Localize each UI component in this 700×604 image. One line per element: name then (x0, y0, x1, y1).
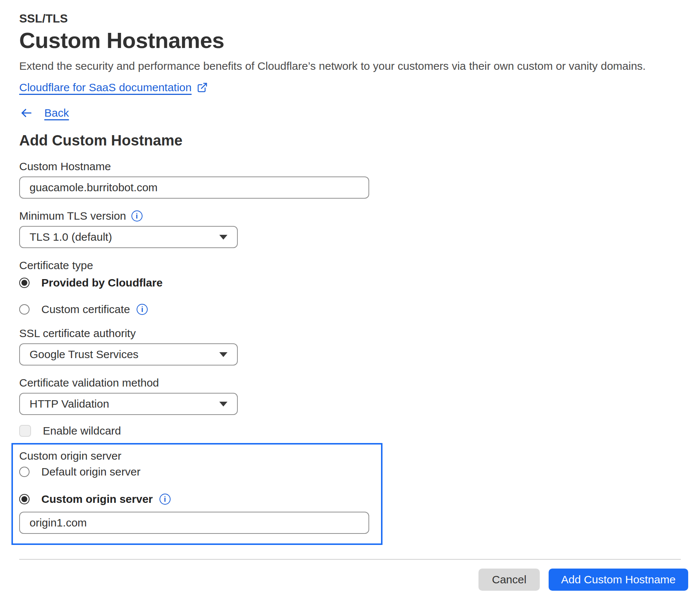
validation-method-label: Certificate validation method (19, 377, 681, 389)
custom-origin-server-label: Custom origin server (19, 450, 381, 462)
min-tls-select[interactable]: TLS 1.0 (default) (19, 226, 238, 248)
radio-label[interactable]: Default origin server (41, 466, 140, 478)
page-description: Extend the security and performance bene… (19, 59, 681, 73)
radio-row-provided-by-cloudflare[interactable]: Provided by Cloudflare (19, 276, 681, 289)
back-link[interactable]: Back (44, 107, 69, 119)
ssl-authority-select[interactable]: Google Trust Services (19, 343, 238, 366)
label-text: SSL certificate authority (19, 327, 136, 340)
enable-wildcard-checkbox[interactable] (19, 425, 31, 437)
add-custom-hostname-button[interactable]: Add Custom Hostname (549, 569, 688, 591)
radio-row-custom-origin-server[interactable]: Custom origin server i (19, 493, 381, 506)
label-text: Certificate validation method (19, 377, 159, 389)
info-icon[interactable]: i (137, 304, 148, 315)
back-row: Back (19, 105, 681, 121)
radio-button[interactable] (19, 278, 30, 288)
form-heading: Add Custom Hostname (19, 131, 681, 149)
ssl-authority-label: SSL certificate authority (19, 327, 681, 340)
validation-method-select[interactable]: HTTP Validation (19, 393, 238, 415)
selected-value: Google Trust Services (30, 348, 138, 361)
radio-label[interactable]: Custom certificate (41, 303, 130, 316)
label-text: Minimum TLS version (19, 210, 126, 222)
page-title: Custom Hostnames (19, 29, 681, 52)
certificate-type-label: Certificate type (19, 259, 681, 272)
selected-value: TLS 1.0 (default) (30, 231, 112, 243)
label-text: Certificate type (19, 259, 93, 272)
custom-hostname-label: Custom Hostname (19, 160, 681, 173)
radio-row-default-origin-server[interactable]: Default origin server (19, 465, 381, 478)
radio-row-custom-certificate[interactable]: Custom certificate i (19, 303, 681, 316)
saas-documentation-link[interactable]: Cloudflare for SaaS documentation (19, 80, 192, 95)
back-arrow-icon[interactable] (19, 106, 33, 120)
checkbox-label[interactable]: Enable wildcard (43, 425, 121, 437)
external-link-icon[interactable] (197, 82, 208, 93)
custom-origin-server-input[interactable] (19, 512, 369, 534)
form-actions: Cancel Add Custom Hostname (19, 569, 688, 591)
info-icon[interactable]: i (159, 494, 171, 505)
caret-down-icon (219, 235, 227, 240)
selected-value: HTTP Validation (30, 398, 109, 410)
caret-down-icon (219, 402, 227, 406)
cancel-button[interactable]: Cancel (478, 569, 539, 591)
info-icon[interactable]: i (131, 210, 143, 222)
radio-label[interactable]: Provided by Cloudflare (41, 277, 162, 289)
custom-hostnames-page: SSL/TLS Custom Hostnames Extend the secu… (0, 0, 700, 591)
radio-button[interactable] (19, 304, 30, 315)
label-text: Custom Hostname (19, 160, 111, 173)
label-text: Custom origin server (19, 450, 121, 462)
breadcrumb: SSL/TLS (19, 11, 681, 26)
min-tls-label: Minimum TLS version i (19, 210, 681, 222)
doc-link-row: Cloudflare for SaaS documentation (19, 80, 681, 95)
radio-button[interactable] (19, 467, 30, 477)
enable-wildcard-row[interactable]: Enable wildcard (19, 425, 681, 437)
radio-button[interactable] (19, 494, 30, 504)
caret-down-icon (219, 352, 227, 357)
custom-origin-server-section: Custom origin server Default origin serv… (11, 443, 382, 545)
divider (19, 559, 681, 560)
radio-label[interactable]: Custom origin server (41, 493, 153, 505)
custom-hostname-input[interactable] (19, 176, 369, 199)
